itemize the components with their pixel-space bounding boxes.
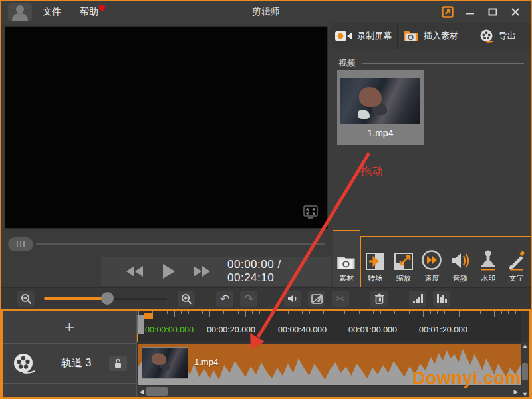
fullscreen-icon (302, 205, 319, 220)
zoom-slider-handle[interactable] (101, 292, 114, 305)
track-name: 轨道 3 (61, 356, 91, 370)
text-icon (507, 248, 526, 271)
close-button[interactable] (507, 5, 524, 19)
cut-button[interactable]: ✂ (332, 291, 349, 307)
timeline-section: + 轨道 3 00:00:00.000 (1, 309, 531, 398)
track-lane: 1.mp4 (137, 342, 521, 386)
insert-material-button[interactable]: 插入素材 (398, 23, 465, 49)
close-icon (511, 7, 520, 17)
tab-text[interactable]: 文字 (503, 237, 531, 287)
scroll-down-icon[interactable]: ▼ (522, 390, 528, 398)
scroll-right-icon[interactable]: ▶ (511, 388, 521, 395)
user-avatar-icon (8, 3, 32, 21)
zoom-out-button[interactable] (17, 291, 35, 307)
preview-seekbar[interactable] (5, 234, 328, 254)
playhead-handle[interactable] (137, 315, 144, 334)
fullscreen-button[interactable] (302, 205, 319, 223)
menu-help[interactable]: 帮助 (70, 6, 108, 18)
export-icon (479, 29, 494, 43)
vscroll-thumb[interactable] (522, 363, 528, 380)
ruler-label: 00:00:40.000 (278, 325, 327, 334)
timeline-ruler[interactable]: 00:00:00.000 00:00:20.000 00:00:40.000 0… (137, 311, 521, 342)
time-display: 00:00:00 / 00:24:10 (227, 258, 331, 285)
library-header: 视频 (331, 49, 531, 69)
export-button[interactable]: 导出 (464, 23, 531, 49)
fast-forward-button[interactable] (194, 266, 210, 277)
media-item-name: 1.mp4 (337, 128, 424, 138)
tab-strip: 转场 缩放 (360, 236, 531, 287)
user-avatar[interactable] (7, 3, 33, 21)
menu-help-label: 帮助 (80, 6, 98, 17)
timeline-clip[interactable]: 1.mp4 (138, 344, 521, 385)
media-item-thumbnail (340, 78, 420, 124)
zoom-in-button[interactable] (178, 291, 195, 307)
play-button[interactable] (163, 264, 175, 279)
playhead-line (137, 334, 138, 342)
seek-track[interactable] (36, 243, 325, 245)
window-controls (439, 5, 531, 19)
clip-thumbnail (142, 347, 188, 379)
scroll-up-icon[interactable]: ▲ (522, 342, 528, 350)
record-screen-icon (335, 31, 352, 41)
ruler-label: 00:01:00.000 (348, 325, 397, 334)
audio-icon (450, 248, 471, 271)
clip-volume-button[interactable] (284, 291, 301, 307)
scissors-icon: ✂ (336, 293, 344, 305)
fade-in-button[interactable] (409, 291, 426, 307)
playback-controls: 00:00:00 / 00:24:10 (101, 257, 331, 286)
tab-speed[interactable]: 速度 (418, 237, 446, 287)
timeline-zoom-slider[interactable] (44, 291, 167, 307)
rewind-button[interactable] (126, 266, 143, 277)
fast-forward-icon (194, 266, 210, 277)
clip-name: 1.mp4 (194, 357, 218, 367)
library-divider (362, 63, 524, 64)
notification-dot (99, 5, 105, 11)
timeline-body: 00:00:00.000 00:00:20.000 00:00:40.000 0… (137, 311, 529, 398)
lock-track-button[interactable] (109, 356, 127, 371)
tab-watermark[interactable]: 水印 (474, 237, 502, 287)
tab-scale[interactable]: 缩放 (390, 237, 418, 287)
add-track-label: + (65, 317, 74, 337)
video-preview[interactable] (5, 26, 328, 229)
edit-toolbar: ↶ ↷ ✂ (1, 287, 531, 309)
track-reel-icon (12, 352, 36, 376)
menu-file[interactable]: 文件 (33, 6, 70, 18)
tab-audio[interactable]: 音频 (446, 237, 474, 287)
trash-icon (374, 293, 384, 304)
media-note-icon (311, 294, 323, 304)
panel-tab-bar: 素材 转场 (331, 230, 531, 287)
export-label: 导出 (499, 30, 516, 42)
minimize-button[interactable] (462, 5, 479, 19)
maximize-button[interactable] (484, 5, 501, 19)
insert-material-label: 插入素材 (424, 30, 458, 42)
detach-audio-button[interactable] (308, 291, 325, 307)
maximize-icon (488, 7, 497, 17)
tab-audio-label: 音频 (453, 273, 467, 283)
add-track-button[interactable]: + (3, 311, 136, 344)
tab-transition[interactable]: 转场 (361, 237, 389, 287)
track-header[interactable]: 轨道 3 (3, 344, 136, 384)
ruler-label-current: 00:00:00.000 (145, 325, 194, 334)
watermark-icon (479, 248, 497, 271)
track-header-panel: + 轨道 3 (3, 311, 137, 398)
mini-mode-button[interactable] (439, 5, 456, 19)
media-item-card[interactable]: 1.mp4 (337, 70, 424, 145)
record-screen-button[interactable]: 录制屏幕 (331, 23, 398, 49)
minimize-icon (466, 7, 475, 17)
tab-material-label: 素材 (339, 273, 354, 283)
zoom-in-icon (181, 293, 192, 305)
redo-button[interactable]: ↷ (240, 291, 257, 307)
delete-button[interactable] (370, 291, 388, 307)
undo-icon: ↶ (220, 292, 229, 306)
hscroll-thumb[interactable] (146, 387, 168, 396)
timeline-vscrollbar[interactable]: ▲ ▼ (521, 342, 529, 398)
scroll-left-icon[interactable]: ◀ (137, 388, 146, 395)
panel-action-bar: 录制屏幕 插入素材 (331, 23, 531, 49)
timeline-hscrollbar[interactable]: ◀ ▶ (137, 386, 521, 397)
rewind-icon (126, 266, 143, 277)
playhead-flag[interactable] (144, 313, 153, 319)
seek-handle[interactable] (8, 237, 33, 251)
fade-out-button[interactable] (433, 291, 450, 307)
undo-button[interactable]: ↶ (216, 291, 233, 307)
tab-material[interactable]: 素材 (332, 230, 360, 287)
